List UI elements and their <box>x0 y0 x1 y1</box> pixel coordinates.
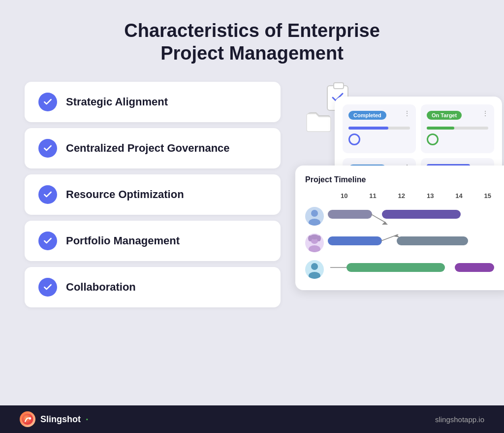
status-badge: Completed <box>348 111 386 120</box>
mini-progress-circle <box>348 133 360 145</box>
status-badge: On Target <box>427 111 462 120</box>
gantt-bars <box>328 233 502 252</box>
list-item-label: Centralized Project Governance <box>66 142 230 155</box>
list-item: Collaboration <box>25 267 281 307</box>
progress-fill <box>427 127 454 130</box>
page-title: Characteristics of Enterprise Project Ma… <box>124 20 380 65</box>
svg-point-18 <box>29 417 31 420</box>
gantt-bar <box>328 210 372 219</box>
list-item-label: Strategic Alignment <box>66 96 168 108</box>
svg-point-17 <box>22 414 33 425</box>
svg-point-8 <box>308 235 312 241</box>
check-icon <box>38 232 57 250</box>
card-menu-dots[interactable]: ⋮ <box>404 109 411 117</box>
gantt-bar <box>397 236 468 245</box>
content-area: Strategic Alignment Centralized Project … <box>25 82 479 348</box>
footer: Slingshot · slingshotapp.io <box>0 405 504 433</box>
timeline-card: Project Timeline 10 11 12 13 14 15 <box>295 166 504 290</box>
gantt-bar <box>328 236 382 245</box>
footer-url: slingshotapp.io <box>435 415 484 424</box>
timeline-title: Project Timeline <box>305 175 502 184</box>
status-card-completed-1: Completed ⋮ <box>343 104 416 153</box>
folder-icon <box>305 109 332 133</box>
list-item-label: Portfolio Management <box>66 234 180 247</box>
col-num: 13 <box>423 192 438 200</box>
col-num: 15 <box>480 192 495 200</box>
check-icon <box>38 93 57 111</box>
col-num: 14 <box>451 192 466 200</box>
avatar <box>305 260 324 279</box>
timeline-row <box>305 232 502 254</box>
list-item: Centralized Project Governance <box>25 128 281 168</box>
card-menu-dots[interactable]: ⋮ <box>482 109 489 117</box>
gantt-bar <box>455 263 494 272</box>
svg-point-9 <box>317 235 321 241</box>
brand-dot: · <box>86 414 89 425</box>
svg-rect-1 <box>334 83 344 89</box>
timeline-row <box>305 259 502 280</box>
svg-point-10 <box>309 245 320 252</box>
svg-point-14 <box>309 272 320 279</box>
timeline-row <box>305 205 502 227</box>
list-item-label: Collaboration <box>66 281 136 294</box>
check-icon <box>38 185 57 204</box>
gantt-bars <box>328 207 502 226</box>
footer-brand: Slingshot · <box>20 411 89 427</box>
list-item: Resource Optimization <box>25 174 281 215</box>
gantt-bars <box>328 260 502 279</box>
svg-point-3 <box>309 219 320 226</box>
progress-bar <box>427 127 488 130</box>
progress-bar <box>348 127 410 130</box>
avatar <box>305 207 324 226</box>
avatar <box>305 233 324 252</box>
timeline-rows <box>305 205 502 280</box>
list-item: Strategic Alignment <box>25 82 281 122</box>
main-container: Characteristics of Enterprise Project Ma… <box>0 0 504 433</box>
check-icon <box>38 139 57 158</box>
right-panel: Completed ⋮ On Target ⋮ <box>295 82 479 348</box>
svg-point-13 <box>311 263 318 270</box>
gantt-bar <box>382 210 461 219</box>
list-item-label: Resource Optimization <box>66 188 184 201</box>
mini-progress-circle <box>427 133 439 145</box>
svg-point-2 <box>311 210 318 217</box>
characteristics-list: Strategic Alignment Centralized Project … <box>25 82 281 307</box>
gantt-bar <box>346 263 445 272</box>
slingshot-logo-icon <box>20 411 35 427</box>
check-icon <box>38 278 57 297</box>
col-num: 12 <box>394 192 409 200</box>
progress-fill <box>348 127 388 130</box>
col-num: 10 <box>337 192 351 200</box>
brand-name: Slingshot <box>40 414 81 425</box>
col-num: 11 <box>365 192 380 200</box>
timeline-columns: 10 11 12 13 14 15 <box>305 192 502 200</box>
status-card-on-target: On Target ⋮ <box>421 104 494 153</box>
svg-marker-5 <box>382 222 388 225</box>
list-item: Portfolio Management <box>25 221 281 261</box>
